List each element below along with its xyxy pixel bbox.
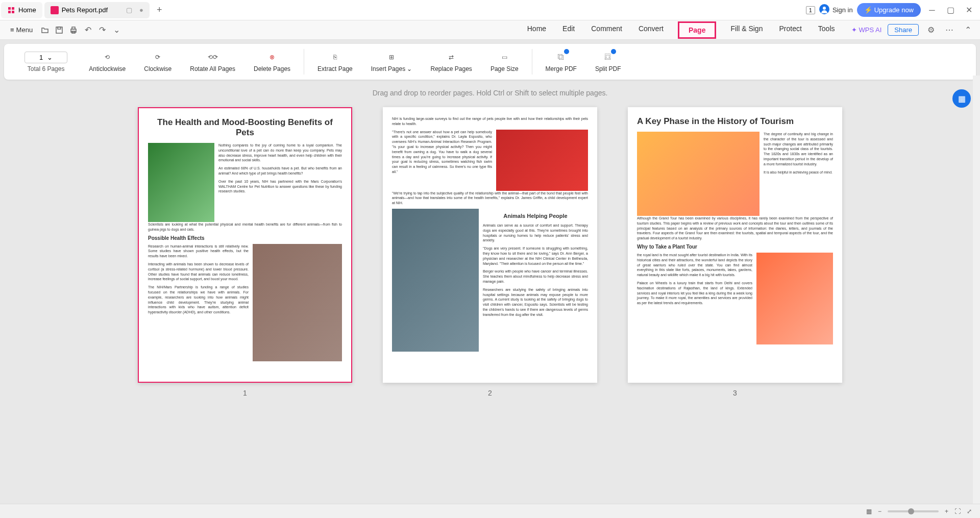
wps-logo-icon bbox=[7, 6, 15, 14]
doc-title: The Health and Mood-Boosting Benefits of… bbox=[148, 117, 342, 138]
titlebar: Home Pets Report.pdf ▢ ● + 1 Sign in ⚡ U… bbox=[0, 0, 980, 20]
instruction-text: Drag and drop to reorder pages. Hold Ctr… bbox=[0, 84, 980, 102]
wps-ai-button[interactable]: ✦ WPS AI bbox=[851, 26, 882, 34]
split-pdf-button[interactable]: ⿴ Split PDF bbox=[588, 49, 628, 75]
ai-chat-icon: ▦ bbox=[958, 94, 966, 104]
extract-label: Extract Page bbox=[317, 65, 353, 72]
rotate-left-icon: ⟲ bbox=[101, 51, 113, 63]
tab-convert[interactable]: Convert bbox=[636, 21, 666, 39]
floating-action-button[interactable]: ▦ bbox=[952, 89, 971, 108]
page-number-1: 1 bbox=[243, 389, 247, 397]
page-card-2[interactable]: NIH is funding large-scale surveys to fi… bbox=[383, 107, 597, 383]
tab-home[interactable]: Home bbox=[525, 21, 548, 39]
new-tab-button[interactable]: + bbox=[157, 5, 162, 15]
qat-dropdown-icon[interactable]: ⌄ bbox=[110, 24, 122, 36]
collapse-ribbon-icon[interactable]: ⌃ bbox=[962, 24, 974, 36]
rotate-all-button[interactable]: ⟲⟳ Rotate All Pages bbox=[183, 49, 242, 75]
svg-point-2 bbox=[823, 7, 826, 10]
dog-image bbox=[253, 244, 342, 361]
file-tab-label: Pets Report.pdf bbox=[62, 6, 108, 14]
tab-edit[interactable]: Edit bbox=[560, 21, 577, 39]
upgrade-label: Upgrade now bbox=[874, 6, 914, 14]
delete-pages-button[interactable]: ⊗ Delete Pages bbox=[247, 49, 298, 75]
page-size-icon: ▭ bbox=[498, 51, 510, 63]
page-thumb-1[interactable]: The Health and Mood-Boosting Benefits of… bbox=[138, 107, 352, 397]
tab-page[interactable]: Page bbox=[678, 21, 716, 39]
fit-page-icon[interactable]: ⛶ bbox=[954, 508, 961, 515]
page-card-1[interactable]: The Health and Mood-Boosting Benefits of… bbox=[138, 107, 352, 383]
fullscreen-icon[interactable]: ⤢ bbox=[967, 508, 972, 515]
zoom-in-icon[interactable]: + bbox=[945, 508, 948, 515]
maximize-button[interactable]: ▢ bbox=[943, 3, 958, 17]
replace-label: Replace Pages bbox=[430, 65, 472, 72]
undo-icon[interactable]: ↶ bbox=[82, 24, 94, 36]
insert-icon: ⊞ bbox=[385, 51, 398, 63]
more-icon[interactable]: ⋯ bbox=[943, 24, 955, 36]
tab-count-badge[interactable]: 1 bbox=[806, 6, 815, 14]
cat-image bbox=[148, 143, 214, 222]
menubar: ≡ Menu ↶ ↷ ⌄ Home Edit Comment Convert P… bbox=[0, 20, 980, 40]
page-number-2: 2 bbox=[488, 389, 492, 397]
anticlockwise-button[interactable]: ⟲ Anticlockwise bbox=[82, 49, 133, 75]
tab-fill-sign[interactable]: Fill & Sign bbox=[728, 21, 765, 39]
upgrade-button[interactable]: ⚡ Upgrade now bbox=[857, 3, 921, 17]
tab-comment[interactable]: Comment bbox=[589, 21, 624, 39]
rotate-all-label: Rotate All Pages bbox=[190, 65, 235, 72]
grey-cat-image bbox=[392, 209, 479, 352]
dropdown-icon: ⌄ bbox=[47, 54, 53, 61]
split-icon: ⿴ bbox=[602, 51, 614, 63]
tab-close-icon[interactable]: ● bbox=[139, 6, 143, 14]
pdf-icon bbox=[51, 6, 59, 14]
vertical-scrollbar[interactable] bbox=[973, 76, 980, 504]
home-tab[interactable]: Home bbox=[1, 2, 42, 18]
page-size-label: Page Size bbox=[491, 65, 519, 72]
page-number-input[interactable]: 1 ⌄ bbox=[24, 52, 67, 63]
page-thumb-3[interactable]: A Key Phase in the History of Tourism Th… bbox=[628, 107, 842, 397]
zoom-slider[interactable] bbox=[888, 510, 939, 512]
home-tab-label: Home bbox=[18, 6, 36, 14]
share-button[interactable]: Share bbox=[888, 24, 919, 36]
wps-ai-label: WPS AI bbox=[859, 26, 882, 34]
insert-label: Insert Pages ⌄ bbox=[371, 65, 412, 72]
svg-rect-4 bbox=[58, 27, 61, 29]
tab-tools[interactable]: Tools bbox=[816, 21, 837, 39]
user-icon bbox=[819, 4, 829, 16]
page-card-3[interactable]: A Key Phase in the History of Tourism Th… bbox=[628, 107, 842, 383]
svg-rect-3 bbox=[56, 27, 62, 33]
hamburger-icon: ≡ bbox=[10, 26, 14, 34]
clockwise-button[interactable]: ⟳ Clockwise bbox=[137, 49, 179, 75]
replace-pages-button[interactable]: ⇄ Replace Pages bbox=[423, 49, 479, 75]
extract-page-button[interactable]: ⎘ Extract Page bbox=[310, 49, 360, 75]
tab-window-icon[interactable]: ▢ bbox=[126, 6, 132, 14]
statusbar: ▦ − + ⛶ ⤢ bbox=[0, 504, 980, 518]
delete-label: Delete Pages bbox=[254, 65, 290, 72]
zoom-out-icon[interactable]: − bbox=[878, 508, 881, 515]
svg-rect-0 bbox=[51, 6, 59, 14]
clockwise-label: Clockwise bbox=[144, 65, 172, 72]
close-button[interactable]: ✕ bbox=[962, 3, 976, 17]
page-number-3: 3 bbox=[733, 389, 737, 397]
redo-icon[interactable]: ↷ bbox=[96, 24, 108, 36]
save-icon[interactable] bbox=[53, 24, 65, 36]
rotate-all-icon: ⟲⟳ bbox=[207, 51, 219, 63]
tab-protect[interactable]: Protect bbox=[777, 21, 803, 39]
sparkle-icon: ✦ bbox=[851, 26, 857, 34]
merge-pdf-button[interactable]: ⿻ Merge PDF bbox=[538, 49, 584, 75]
minimize-button[interactable]: ─ bbox=[925, 3, 939, 17]
insert-pages-button[interactable]: ⊞ Insert Pages ⌄ bbox=[364, 49, 420, 75]
svg-rect-6 bbox=[72, 27, 75, 29]
signin-button[interactable]: Sign in bbox=[819, 4, 853, 16]
settings-icon[interactable]: ⚙ bbox=[925, 24, 937, 36]
extract-icon: ⎘ bbox=[329, 51, 341, 63]
file-tab[interactable]: Pets Report.pdf ▢ ● bbox=[44, 2, 150, 18]
page-size-button[interactable]: ▭ Page Size bbox=[483, 49, 526, 75]
menu-button[interactable]: ≡ Menu bbox=[6, 24, 37, 36]
view-mode-icon[interactable]: ▦ bbox=[866, 508, 872, 515]
page-thumb-2[interactable]: NIH is funding large-scale surveys to fi… bbox=[383, 107, 597, 397]
eiffel-image bbox=[756, 253, 833, 344]
open-icon[interactable] bbox=[39, 24, 51, 36]
page-selector: 1 ⌄ Total 6 Pages bbox=[14, 52, 78, 72]
replace-icon: ⇄ bbox=[445, 51, 457, 63]
print-icon[interactable] bbox=[67, 24, 80, 36]
ribbon: 1 ⌄ Total 6 Pages ⟲ Anticlockwise ⟳ Cloc… bbox=[4, 44, 976, 80]
